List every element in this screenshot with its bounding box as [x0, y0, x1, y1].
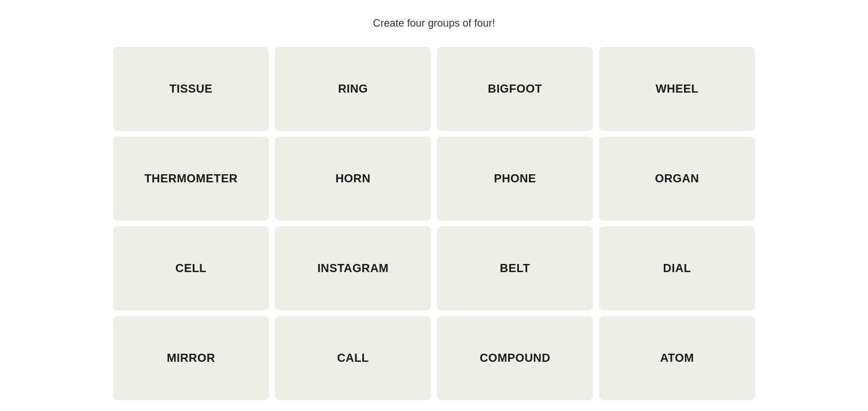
tile-mirror-label: MIRROR — [167, 351, 215, 365]
tile-cell[interactable]: CELL — [113, 226, 269, 310]
tile-compound-label: COMPOUND — [480, 351, 550, 365]
tile-organ-label: ORGAN — [655, 172, 699, 185]
game-subtitle: Create four groups of four! — [373, 17, 495, 30]
tile-organ[interactable]: ORGAN — [599, 137, 755, 221]
tile-wheel[interactable]: WHEEL — [599, 47, 755, 131]
tile-call[interactable]: CALL — [275, 316, 431, 400]
word-grid: TISSUERINGBIGFOOTWHEELTHERMOMETERHORNPHO… — [113, 47, 755, 400]
tile-mirror[interactable]: MIRROR — [113, 316, 269, 400]
tile-phone-label: PHONE — [494, 172, 536, 185]
tile-call-label: CALL — [337, 351, 369, 365]
tile-horn[interactable]: HORN — [275, 137, 431, 221]
tile-thermometer[interactable]: THERMOMETER — [113, 137, 269, 221]
tile-phone[interactable]: PHONE — [437, 137, 593, 221]
tile-instagram[interactable]: INSTAGRAM — [275, 226, 431, 310]
tile-tissue-label: TISSUE — [170, 82, 213, 96]
tile-belt[interactable]: BELT — [437, 226, 593, 310]
tile-atom[interactable]: ATOM — [599, 316, 755, 400]
tile-atom-label: ATOM — [660, 351, 694, 365]
tile-tissue[interactable]: TISSUE — [113, 47, 269, 131]
tile-thermometer-label: THERMOMETER — [144, 172, 237, 185]
tile-wheel-label: WHEEL — [656, 82, 698, 96]
tile-dial-label: DIAL — [663, 262, 691, 275]
tile-ring[interactable]: RING — [275, 47, 431, 131]
tile-compound[interactable]: COMPOUND — [437, 316, 593, 400]
tile-horn-label: HORN — [336, 172, 371, 185]
tile-dial[interactable]: DIAL — [599, 226, 755, 310]
tile-bigfoot-label: BIGFOOT — [488, 82, 542, 96]
tile-bigfoot[interactable]: BIGFOOT — [437, 47, 593, 131]
tile-instagram-label: INSTAGRAM — [317, 262, 388, 275]
tile-ring-label: RING — [338, 82, 368, 96]
tile-belt-label: BELT — [500, 262, 530, 275]
tile-cell-label: CELL — [175, 262, 207, 275]
